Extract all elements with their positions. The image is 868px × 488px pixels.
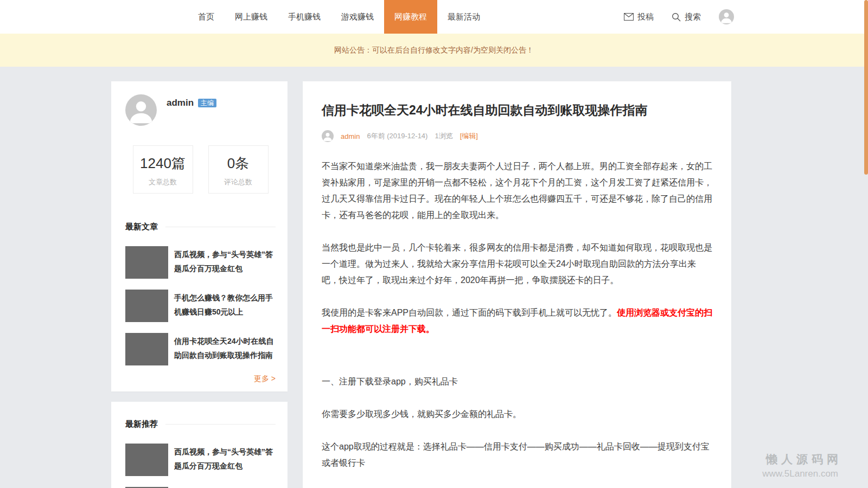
article-thumbnail xyxy=(125,444,168,476)
person-icon xyxy=(125,94,157,126)
watermark-site-name: 懒人源码网 xyxy=(762,452,842,467)
latest-article-title: 手机怎么赚钱？教你怎么用手机赚钱日赚50元以上 xyxy=(174,290,276,322)
stat-comments-value: 0条 xyxy=(209,154,268,173)
notice-bar: 网站公告：可以在后台自行修改文字内容/为空则关闭公告！ xyxy=(0,34,868,67)
latest-article-title: 西瓜视频，参与“头号英雄”答题瓜分百万现金红包 xyxy=(174,246,276,279)
divider xyxy=(165,424,276,425)
nav-item-game-earn[interactable]: 游戏赚钱 xyxy=(331,0,384,34)
latest-article-title: 信用卡花呗全天24小时在线自助回款自动到账取现操作指南 xyxy=(174,333,276,365)
latest-articles-header: 最新文章 xyxy=(125,222,276,232)
stat-comments-label: 评论总数 xyxy=(209,177,268,187)
editor-badge: 主编 xyxy=(198,99,216,107)
stat-articles: 1240篇 文章总数 xyxy=(133,145,193,194)
article-title: 信用卡花呗全天24小时在线自助回款自动到账取现操作指南 xyxy=(322,102,712,118)
nav-item-mobile-earn[interactable]: 手机赚钱 xyxy=(278,0,331,34)
meta-avatar xyxy=(322,130,334,142)
latest-article-item[interactable]: 信用卡花呗全天24小时在线自助回款自动到账取现操作指南 xyxy=(125,333,276,365)
article-card: 信用卡花呗全天24小时在线自助回款自动到账取现操作指南 admin 6年前 (2… xyxy=(303,81,731,488)
person-icon xyxy=(322,130,334,142)
author-name[interactable]: admin xyxy=(167,98,194,108)
meta-time: 6年前 (2019-12-14) xyxy=(367,131,427,141)
envelope-icon xyxy=(624,13,634,21)
user-avatar[interactable] xyxy=(719,9,734,24)
nav-item-online-earn[interactable]: 网上赚钱 xyxy=(225,0,278,34)
divider xyxy=(165,227,276,227)
main-nav: 首页 网上赚钱 手机赚钱 游戏赚钱 网赚教程 最新活动 xyxy=(188,0,490,34)
search-label: 搜索 xyxy=(685,12,701,22)
author-stats: 1240篇 文章总数 0条 评论总数 xyxy=(125,145,276,194)
header-right: 投稿 搜索 xyxy=(624,0,734,34)
paragraph: 不当家不知道柴米油盐贵，我一朋友夫妻两个人过日子，两个人都上班。男的工资全部存起… xyxy=(322,158,712,223)
article-thumbnail xyxy=(125,246,168,279)
person-icon xyxy=(719,9,734,24)
profile-row: admin 主编 xyxy=(125,94,276,126)
paragraph-text: 我使用的是卡客来APP自动回款，通过下面的码下载到手机上就可以无忧了。 xyxy=(322,308,617,317)
recommended-title: 最新推荐 xyxy=(125,419,158,429)
watermark-site-url: www.5Lanren.com xyxy=(762,468,838,479)
meta-views: 1浏览 xyxy=(435,131,452,141)
scrollbar-thumb[interactable] xyxy=(864,0,868,175)
latest-article-item[interactable]: 西瓜视频，参与“头号英雄”答题瓜分百万现金红包 xyxy=(125,246,276,279)
recommended-card: 最新推荐 西瓜视频，参与“头号英雄”答题瓜分百万现金红包 手机怎么赚钱？教你怎么… xyxy=(111,402,288,488)
nav-item-tutorials[interactable]: 网赚教程 xyxy=(384,0,437,34)
recommended-article-title: 西瓜视频，参与“头号英雄”答题瓜分百万现金红包 xyxy=(174,444,276,476)
stat-articles-value: 1240篇 xyxy=(133,154,193,173)
article-thumbnail xyxy=(125,333,168,365)
paragraph: 这个app取现的过程就是：选择礼品卡——信用卡支付——购买成功——礼品卡回收——… xyxy=(322,439,712,471)
latest-articles-title: 最新文章 xyxy=(125,222,158,232)
nav-item-home[interactable]: 首页 xyxy=(188,0,225,34)
notice-text: 网站公告：可以在后台自行修改文字内容/为空则关闭公告！ xyxy=(334,46,534,55)
article-body: 不当家不知道柴米油盐贵，我一朋友夫妻两个人过日子，两个人都上班。男的工资全部存起… xyxy=(322,158,712,471)
paragraph: 当然我也是此中一员，几个卡轮着来，很多网友的信用卡都是消费，却不知道如何取现，花… xyxy=(322,240,712,288)
search-icon xyxy=(672,12,681,22)
article-meta: admin 6年前 (2019-12-14) 1浏览 [编辑] xyxy=(322,130,712,142)
edit-link[interactable]: [编辑] xyxy=(460,131,478,141)
submit-post-label: 投稿 xyxy=(637,12,654,22)
recommended-article-item[interactable]: 西瓜视频，参与“头号英雄”答题瓜分百万现金红包 xyxy=(125,444,276,476)
article-thumbnail xyxy=(125,290,168,322)
recommended-header: 最新推荐 xyxy=(125,419,276,429)
search-link[interactable]: 搜索 xyxy=(672,12,701,22)
profile-card: admin 主编 1240篇 文章总数 0条 评论总数 最新文章 西瓜视频，参与… xyxy=(111,81,288,391)
stat-articles-label: 文章总数 xyxy=(133,177,193,187)
paragraph: 我使用的是卡客来APP自动回款，通过下面的码下载到手机上就可以无忧了。使用浏览器… xyxy=(322,305,712,337)
paragraph: 一、注册下载登录app，购买礼品卡 xyxy=(322,374,712,390)
nav-item-latest-activity[interactable]: 最新活动 xyxy=(437,0,490,34)
more-link[interactable]: 更多 > xyxy=(125,374,276,384)
latest-article-item[interactable]: 手机怎么赚钱？教你怎么用手机赚钱日赚50元以上 xyxy=(125,290,276,322)
submit-post-link[interactable]: 投稿 xyxy=(624,12,654,22)
stat-comments: 0条 评论总数 xyxy=(208,145,269,194)
author-avatar[interactable] xyxy=(125,94,157,126)
header: 首页 网上赚钱 手机赚钱 游戏赚钱 网赚教程 最新活动 投稿 搜索 xyxy=(0,0,868,34)
watermark: 懒人源码网 www.5Lanren.com xyxy=(762,452,838,479)
paragraph: 你需要多少取现多少钱，就购买多少金额的礼品卡。 xyxy=(322,406,712,422)
meta-author[interactable]: admin xyxy=(341,132,360,140)
